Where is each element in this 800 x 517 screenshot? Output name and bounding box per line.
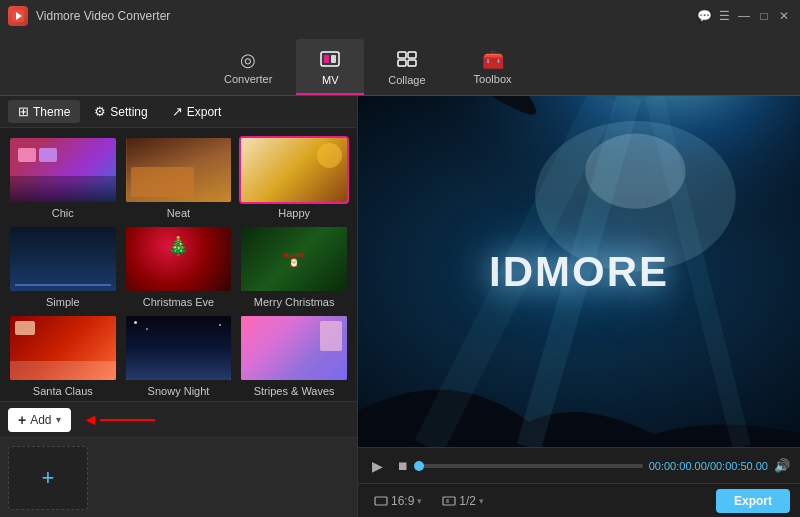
tab-converter[interactable]: ◎ Converter xyxy=(200,39,296,95)
add-button[interactable]: + Add ▾ xyxy=(8,408,71,432)
mv-icon xyxy=(320,51,340,70)
titlebar: Vidmore Video Converter 💬 ☰ — □ ✕ xyxy=(0,0,800,32)
sub-tabs: ⊞ Theme ⚙ Setting ↗ Export xyxy=(0,96,357,128)
mv-tab-label: MV xyxy=(322,74,339,86)
minimize-button[interactable]: — xyxy=(736,8,752,24)
theme-christmas-thumb: 🎄 xyxy=(124,225,234,293)
tab-collage[interactable]: Collage xyxy=(364,39,449,95)
theme-snowy-night[interactable]: Snowy Night xyxy=(124,314,234,397)
theme-chic[interactable]: Chic xyxy=(8,136,118,219)
ratio-arrow: ▾ xyxy=(417,496,422,506)
main-content: ⊞ Theme ⚙ Setting ↗ Export xyxy=(0,96,800,517)
svg-rect-3 xyxy=(324,55,329,63)
svg-rect-7 xyxy=(398,60,406,66)
simple-preview xyxy=(10,227,116,291)
happy-label: Happy xyxy=(278,207,310,219)
plus-icon: + xyxy=(18,412,26,428)
theme-happy[interactable]: Happy xyxy=(239,136,349,219)
ratio-label: 16:9 xyxy=(391,494,414,508)
snowy-night-label: Snowy Night xyxy=(148,385,210,397)
converter-icon: ◎ xyxy=(240,51,256,69)
menu-icon[interactable]: ☰ xyxy=(716,8,732,24)
subtab-setting[interactable]: ⚙ Setting xyxy=(84,100,157,123)
neat-label: Neat xyxy=(167,207,190,219)
time-total: 00:00:50.00 xyxy=(710,460,768,472)
svg-rect-18 xyxy=(446,499,449,503)
theme-merrychristmas-thumb: MERRY 🎅 xyxy=(239,225,349,293)
stripes-preview xyxy=(241,316,347,380)
export-button[interactable]: Export xyxy=(716,489,790,513)
christmas-eve-label: Christmas Eve xyxy=(143,296,215,308)
theme-simple-thumb xyxy=(8,225,118,293)
screen-button[interactable]: 1/2 ▾ xyxy=(436,492,490,510)
svg-point-15 xyxy=(585,134,685,209)
ratio-button[interactable]: 16:9 ▾ xyxy=(368,492,428,510)
preview-text: IDMORE xyxy=(489,248,669,296)
theme-stripes-waves[interactable]: Stripes & Waves xyxy=(239,314,349,397)
media-area: + xyxy=(0,437,357,517)
snowy-preview xyxy=(126,316,232,380)
theme-chic-thumb xyxy=(8,136,118,204)
subtab-export-label: Export xyxy=(187,105,222,119)
bottom-controls: 16:9 ▾ 1/2 ▾ Export xyxy=(358,483,800,517)
app-title: Vidmore Video Converter xyxy=(36,9,696,23)
stop-button[interactable]: ⏹ xyxy=(393,457,413,475)
right-panel: IDMORE ▶ ⏹ 00:00:00.00/00:00:50.00 🔊 16:… xyxy=(358,96,800,517)
simple-label: Simple xyxy=(46,296,80,308)
add-label: Add xyxy=(30,413,51,427)
progress-dot xyxy=(414,461,424,471)
svg-rect-8 xyxy=(408,60,416,66)
svg-rect-4 xyxy=(331,55,336,63)
export-icon: ↗ xyxy=(172,104,183,119)
volume-icon[interactable]: 🔊 xyxy=(774,458,790,473)
subtab-theme[interactable]: ⊞ Theme xyxy=(8,100,80,123)
add-media-icon: + xyxy=(42,465,55,491)
toolbox-tab-label: Toolbox xyxy=(474,73,512,85)
chat-icon[interactable]: 💬 xyxy=(696,8,712,24)
theme-snowy-thumb xyxy=(124,314,234,382)
play-button[interactable]: ▶ xyxy=(368,456,387,476)
svg-rect-5 xyxy=(398,52,406,58)
tab-toolbox[interactable]: 🧰 Toolbox xyxy=(450,39,536,95)
add-media-placeholder[interactable]: + xyxy=(8,446,88,510)
progress-bar[interactable] xyxy=(419,464,643,468)
svg-rect-16 xyxy=(375,497,387,505)
close-button[interactable]: ✕ xyxy=(776,8,792,24)
setting-icon: ⚙ xyxy=(94,104,106,119)
player-controls: ▶ ⏹ 00:00:00.00/00:00:50.00 🔊 xyxy=(358,447,800,483)
tab-mv[interactable]: MV xyxy=(296,39,364,95)
happy-preview xyxy=(241,138,347,202)
theme-santa-thumb xyxy=(8,314,118,382)
screen-icon xyxy=(442,496,456,506)
neat-preview xyxy=(126,138,232,202)
subtab-export[interactable]: ↗ Export xyxy=(162,100,232,123)
subtab-theme-label: Theme xyxy=(33,105,70,119)
video-preview: IDMORE xyxy=(358,96,800,447)
theme-santa-claus[interactable]: Santa Claus xyxy=(8,314,118,397)
screen-arrow: ▾ xyxy=(479,496,484,506)
subtab-setting-label: Setting xyxy=(110,105,147,119)
theme-neat-thumb xyxy=(124,136,234,204)
arrow-indicator: ◄ xyxy=(83,411,156,429)
chic-label: Chic xyxy=(52,207,74,219)
santa-preview xyxy=(10,316,116,380)
theme-grid: Chic Neat xyxy=(0,128,357,401)
maximize-button[interactable]: □ xyxy=(756,8,772,24)
collage-tab-label: Collage xyxy=(388,74,425,86)
chic-preview xyxy=(10,138,116,202)
nav-tabs: ◎ Converter MV Collage 🧰 Toolbox xyxy=(0,32,800,96)
theme-happy-thumb xyxy=(239,136,349,204)
theme-neat[interactable]: Neat xyxy=(124,136,234,219)
stripes-waves-label: Stripes & Waves xyxy=(254,385,335,397)
theme-stripes-thumb xyxy=(239,314,349,382)
merry-christmas-label: Merry Christmas xyxy=(254,296,335,308)
theme-simple[interactable]: Simple xyxy=(8,225,118,308)
collage-icon xyxy=(397,51,417,70)
theme-merry-christmas[interactable]: MERRY 🎅 Merry Christmas xyxy=(239,225,349,308)
theme-christmas-eve[interactable]: 🎄 Christmas Eve xyxy=(124,225,234,308)
svg-rect-2 xyxy=(321,52,339,66)
toolbox-icon: 🧰 xyxy=(482,51,504,69)
theme-grid-icon: ⊞ xyxy=(18,104,29,119)
merrychristmas-preview: MERRY 🎅 xyxy=(241,227,347,291)
svg-rect-6 xyxy=(408,52,416,58)
